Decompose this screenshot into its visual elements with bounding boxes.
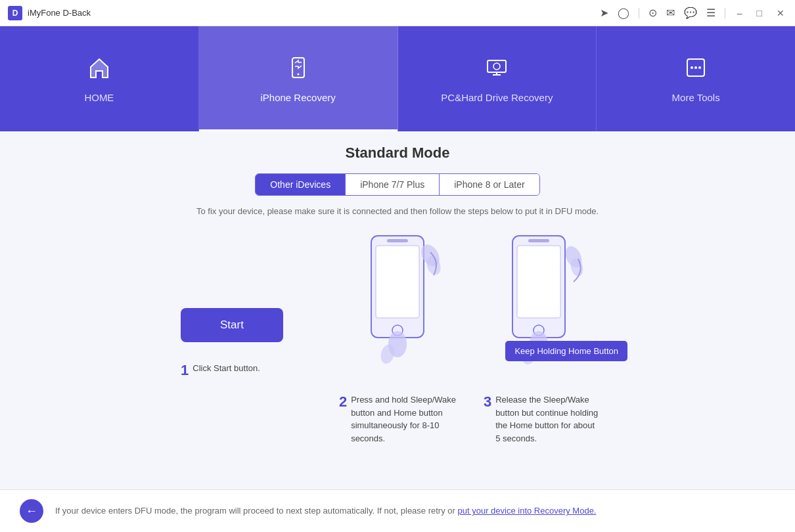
mode-subtitle: To fix your device, please make sure it …	[196, 206, 599, 216]
start-button[interactable]: Start	[181, 308, 283, 342]
separator	[639, 8, 639, 18]
app-title: iMyFone D-Back	[28, 8, 91, 18]
svg-point-5	[691, 66, 693, 69]
svg-rect-10	[387, 239, 408, 242]
svg-point-1	[297, 73, 299, 75]
more-tools-icon	[683, 55, 708, 85]
svg-rect-18	[528, 239, 549, 242]
chat-icon[interactable]: 💬	[684, 7, 697, 19]
bottom-info: If your device enters DFU mode, the prog…	[55, 504, 596, 518]
phone-illustration-1	[335, 229, 460, 387]
phone-illustration-2: Keep Holding Home Button	[476, 229, 608, 387]
iphone-recovery-icon	[286, 55, 311, 85]
page-title: Standard Mode	[346, 144, 450, 162]
step-2-number: 2	[339, 393, 347, 410]
back-button[interactable]: ←	[20, 499, 43, 523]
svg-point-6	[694, 66, 697, 69]
svg-rect-9	[376, 246, 419, 318]
bottom-bar: ← If your device enters DFU mode, the pr…	[0, 489, 795, 532]
step-1-number: 1	[181, 362, 189, 379]
svg-rect-17	[517, 246, 560, 318]
recovery-mode-link[interactable]: put your device into Recovery Mode.	[457, 506, 596, 516]
share-icon[interactable]: ➤	[600, 7, 608, 19]
step-3-number: 3	[484, 393, 491, 410]
navbar: HOME iPhone Recovery PC&Hard Drive Recov…	[0, 26, 795, 131]
svg-point-3	[493, 63, 500, 70]
nav-iphone-recovery-label: iPhone Recovery	[261, 92, 336, 103]
step-1-desc: 1 Click Start button.	[181, 362, 260, 379]
home-icon	[87, 55, 112, 85]
titlebar-right: ➤ ◯ ⊙ ✉ 💬 ☰ – □ ✕	[600, 7, 787, 20]
nav-home-label: HOME	[84, 92, 114, 103]
step-2-area: 2 Press and hold Sleep/Wake button and H…	[325, 229, 470, 445]
nav-pc-recovery[interactable]: PC&Hard Drive Recovery	[398, 26, 597, 131]
tab-other-idevices[interactable]: Other iDevices	[256, 174, 346, 195]
close-button[interactable]: ✕	[774, 7, 787, 20]
main-content: Standard Mode Other iDevices iPhone 7/7 …	[0, 131, 795, 532]
nav-home[interactable]: HOME	[0, 26, 199, 131]
titlebar: D iMyFone D-Back ➤ ◯ ⊙ ✉ 💬 ☰ – □ ✕	[0, 0, 795, 26]
step-2-text: Press and hold Sleep/Wake button and Hom…	[351, 393, 456, 445]
nav-more-tools[interactable]: More Tools	[597, 26, 795, 131]
step-2-desc: 2 Press and hold Sleep/Wake button and H…	[339, 393, 456, 445]
app-logo: D	[8, 6, 22, 20]
tooltip-keep-holding: Keep Holding Home Button	[505, 341, 627, 361]
steps-area: Start 1 Click Start button.	[39, 229, 756, 532]
nav-pc-recovery-label: PC&Hard Drive Recovery	[441, 92, 553, 103]
step-1-area: Start 1 Click Start button.	[181, 229, 325, 379]
maximize-button[interactable]: □	[754, 7, 765, 20]
svg-rect-2	[488, 60, 506, 72]
step-3-desc: 3 Release the Sleep/Wake button but cont…	[484, 393, 601, 445]
pc-recovery-icon	[484, 55, 509, 85]
step-3-area: Keep Holding Home Button 3 Release the S…	[470, 229, 614, 445]
step-3-text: Release the Sleep/Wake button but contin…	[495, 393, 601, 445]
nav-more-tools-label: More Tools	[672, 92, 720, 103]
settings-icon[interactable]: ⊙	[648, 7, 657, 19]
titlebar-left: D iMyFone D-Back	[8, 6, 91, 20]
step-1-text: Click Start button.	[193, 362, 260, 375]
svg-point-7	[698, 66, 701, 69]
mail-icon[interactable]: ✉	[666, 7, 675, 19]
nav-iphone-recovery[interactable]: iPhone Recovery	[199, 26, 398, 131]
minimize-button[interactable]: –	[735, 7, 745, 20]
separator2	[725, 8, 725, 18]
menu-icon[interactable]: ☰	[706, 7, 716, 19]
bottom-text-content: If your device enters DFU mode, the prog…	[55, 506, 457, 516]
tab-iphone-8-later[interactable]: iPhone 8 or Later	[440, 174, 539, 195]
mode-tabs: Other iDevices iPhone 7/7 Plus iPhone 8 …	[255, 173, 539, 196]
tab-iphone-77plus[interactable]: iPhone 7/7 Plus	[346, 174, 440, 195]
user-icon[interactable]: ◯	[618, 7, 629, 19]
